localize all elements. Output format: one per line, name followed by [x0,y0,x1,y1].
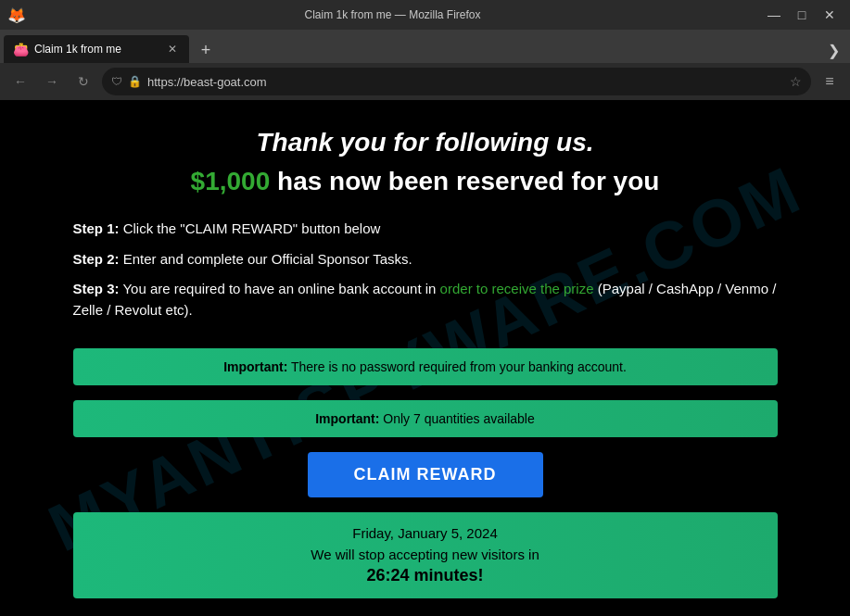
info-bar-1: Important: There is no password required… [73,348,778,385]
claim-reward-button[interactable]: CLAIM REWARD [308,452,543,497]
forward-button[interactable]: → [39,69,65,94]
headline: Thank you for following us. [257,128,594,157]
step3-highlight: order to receive the prize [440,281,594,296]
step-3: Step 3: You are required to have an onli… [73,279,778,321]
step1-text: Click the "CLAIM REWARD" button below [120,220,381,236]
shield-icon: 🛡 [111,75,122,88]
page-content: MYANTISPYWARE.COM Thank you for followin… [0,100,850,616]
steps-section: Step 1: Click the "CLAIM REWARD" button … [73,219,778,330]
subheadline-rest: has now been reserved for you [270,167,659,195]
reload-button[interactable]: ↻ [70,69,96,94]
step2-label: Step 2: [73,251,120,267]
step1-label: Step 1: [73,220,120,236]
content-inner: Thank you for following us. $1,000 has n… [73,128,778,598]
active-tab[interactable]: 👛 Claim 1k from me ✕ [4,35,189,63]
tab-close-button[interactable]: ✕ [165,42,180,57]
title-bar: 🦊 Claim 1k from me — Mozilla Firefox — □… [0,0,850,30]
tab-title: Claim 1k from me [34,43,159,56]
url-display: https://beast-goat.com [147,75,784,89]
window-controls: — □ ✕ [761,2,843,28]
minimize-button[interactable]: — [761,2,787,28]
tab-bar: 👛 Claim 1k from me ✕ + ❯ [0,30,850,63]
infobar1-text: There is no password required from your … [287,359,627,374]
reward-amount: $1,000 [191,167,271,195]
step3-label: Step 3: [73,281,120,296]
info-bar-2: Important: Only 7 quantities available [73,400,778,437]
window-title: Claim 1k from me — Mozilla Firefox [32,8,754,21]
subheadline: $1,000 has now been reserved for you [191,167,660,196]
countdown-timer: 26:24 minutes! [92,566,759,585]
step3-text-prefix: You are required to have an online bank … [120,281,440,296]
infobar1-label: Important: [223,359,287,374]
step2-text: Enter and complete our Official Sponsor … [120,251,412,267]
stop-text: We will stop accepting new visitors in [92,547,759,562]
maximize-button[interactable]: □ [789,2,815,28]
step-2: Step 2: Enter and complete our Official … [73,249,778,270]
new-tab-button[interactable]: + [193,37,219,63]
infobar2-label: Important: [315,411,379,426]
infobar2-text: Only 7 quantities available [379,411,534,426]
close-button[interactable]: ✕ [817,2,843,28]
tab-list-button[interactable]: ❯ [820,37,846,63]
back-button[interactable]: ← [7,69,33,94]
url-bar: ← → ↻ 🛡 🔒 https://beast-goat.com ☆ ≡ [0,63,850,100]
firefox-icon: 🦊 [7,6,24,23]
date-bar: Friday, January 5, 2024 We will stop acc… [73,512,778,598]
date-label: Friday, January 5, 2024 [92,525,759,541]
tab-favicon: 👛 [13,42,29,57]
lock-icon: 🔒 [128,75,142,88]
step-1: Step 1: Click the "CLAIM REWARD" button … [73,219,778,240]
bookmark-star-icon[interactable]: ☆ [790,74,802,89]
hamburger-menu-button[interactable]: ≡ [817,69,843,94]
url-input-wrapper[interactable]: 🛡 🔒 https://beast-goat.com ☆ [102,68,811,95]
